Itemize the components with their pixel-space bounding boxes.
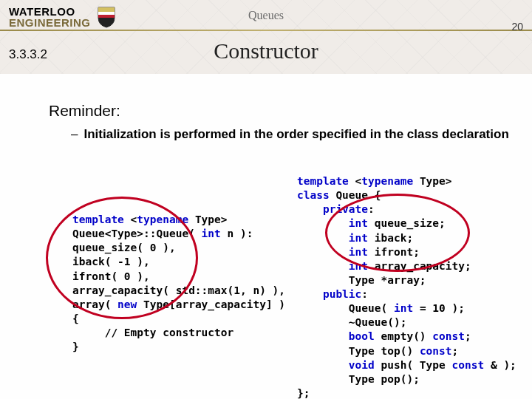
kw: int [349, 232, 368, 244]
kw: private [323, 203, 368, 215]
document-title: Queues [248, 9, 284, 22]
section-number: 3.3.3.2 [9, 47, 47, 62]
reminder-heading: Reminder: [49, 102, 120, 120]
kw: typename [137, 214, 188, 225]
bullet-text: Initialization is performed in the order… [83, 127, 508, 141]
brand-logo: WATERLOO ENGINEERING [9, 6, 116, 28]
kw: int [349, 217, 368, 229]
brand-text: WATERLOO ENGINEERING [9, 6, 91, 28]
kw: public [323, 288, 361, 300]
slide-title: Constructor [214, 38, 318, 64]
kw: int [349, 260, 368, 272]
code-block-constructor: template <typename Type> Queue<Type>::Qu… [72, 213, 285, 354]
kw: void [349, 359, 375, 371]
svg-rect-1 [98, 12, 115, 15]
kw: typename [361, 175, 413, 187]
divider-bar [0, 30, 532, 31]
kw: int [202, 228, 221, 239]
bullet-dash: – [71, 127, 78, 141]
kw: new [117, 299, 137, 310]
kw: template [72, 214, 124, 225]
svg-rect-0 [98, 15, 115, 18]
code-block-class-decl: template <typename Type> class Queue { p… [297, 174, 516, 399]
brand-top: WATERLOO [9, 6, 91, 17]
kw: bool [349, 330, 375, 342]
kw: const [420, 345, 452, 357]
bullet-line: –Initialization is performed in the orde… [71, 127, 509, 142]
shield-icon [97, 6, 116, 28]
page-number: 20 [511, 21, 523, 33]
kw: class [297, 189, 330, 201]
kw: int [394, 302, 413, 314]
kw: int [349, 246, 368, 258]
kw: const [432, 330, 465, 342]
kw: template [297, 175, 349, 187]
kw: const [452, 359, 485, 371]
brand-bottom: ENGINEERING [9, 17, 91, 28]
